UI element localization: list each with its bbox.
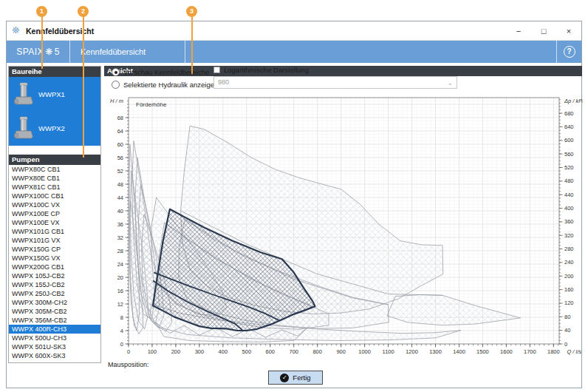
svg-text:36: 36: [117, 221, 123, 228]
svg-text:280: 280: [564, 246, 574, 252]
window-title: Kennfeldübersicht: [26, 27, 94, 36]
pump-image: [14, 116, 33, 140]
svg-text:560: 560: [564, 151, 574, 158]
pump-list-item[interactable]: WWPX101G CB1: [9, 227, 100, 236]
pump-list-item[interactable]: WWPX81C CB1: [9, 183, 100, 192]
pump-list-item[interactable]: WWPX 305M-CB2: [9, 307, 100, 316]
preview-radio-label: Vorschau Kennfeldbereiche: [123, 68, 209, 76]
pump-list-item[interactable]: WWPX100C VX: [9, 200, 100, 209]
series-item-wwpx1[interactable]: WWPX1: [9, 77, 100, 111]
svg-text:900: 900: [336, 348, 346, 355]
help-button[interactable]: ?: [564, 46, 575, 58]
svg-text:360: 360: [564, 218, 574, 225]
pump-list-item[interactable]: WWPX 501U-SK3: [9, 342, 100, 351]
series-gap: [9, 146, 100, 155]
chart-canvas[interactable]: 0100200300400500600700800900100011001200…: [103, 93, 583, 356]
svg-text:1800: 1800: [547, 348, 560, 355]
svg-text:Q / l/s: Q / l/s: [567, 348, 581, 355]
svg-text:1200: 1200: [406, 348, 418, 355]
header-spacer: [185, 41, 556, 63]
pump-list-item[interactable]: WWPX101G VX: [9, 236, 100, 245]
callout-badge: 1: [36, 6, 47, 17]
series-panel-header: Baureihe: [9, 67, 100, 77]
svg-text:0: 0: [564, 341, 567, 348]
selected-hydraulic-radio-label: Selektierte Hydraulik anzeigen: [123, 81, 218, 89]
pump-list-item[interactable]: WWPX80C CB1: [9, 165, 100, 174]
svg-text:40: 40: [117, 208, 123, 214]
done-button[interactable]: ✓ Fertig: [268, 371, 323, 385]
radio-row-selected-hydraulic: Selektierte Hydraulik anzeigen: [112, 81, 218, 89]
svg-text:40: 40: [564, 327, 570, 334]
maximize-button[interactable]: □: [531, 21, 556, 41]
svg-text:0: 0: [120, 341, 123, 348]
pump-list-item[interactable]: WWPX100C CB1: [9, 192, 100, 200]
svg-text:56: 56: [117, 155, 123, 161]
brand-version: 5: [55, 47, 60, 57]
window-controls: − □ ×: [506, 21, 581, 41]
pump-list-item[interactable]: WWPX150G CP: [9, 245, 100, 254]
series-item-label: WWPX2: [38, 124, 65, 132]
pump-list-item[interactable]: WWPX 250J-CB2: [9, 289, 100, 298]
pump-list-item[interactable]: WWPX150G VX: [9, 254, 100, 263]
svg-text:240: 240: [564, 259, 574, 266]
svg-text:600: 600: [564, 137, 574, 143]
impeller-icon: ❋: [45, 47, 53, 57]
pump-icon: [9, 82, 38, 106]
svg-text:48: 48: [117, 181, 123, 188]
svg-text:12: 12: [117, 301, 123, 308]
svg-text:300: 300: [195, 348, 205, 355]
pump-list-item[interactable]: WWPX100E VX: [9, 218, 100, 227]
svg-text:680: 680: [564, 110, 574, 117]
svg-text:8: 8: [120, 314, 123, 321]
pump-list: WWPX80C CB1WWPX80E CB1WWPX81C CB1WWPX100…: [9, 165, 100, 360]
mouse-position-label: Mausposition:: [108, 361, 149, 368]
page: ❊ Kennfeldübersicht − □ × SPAIX ❋ 5 Kenn…: [0, 0, 588, 392]
svg-text:1100: 1100: [383, 348, 394, 355]
svg-text:400: 400: [219, 348, 228, 355]
app-window-icon: ❊: [12, 26, 21, 36]
svg-text:160: 160: [564, 286, 574, 293]
characteristic-chart[interactable]: 0100200300400500600700800900100011001200…: [103, 93, 583, 356]
svg-text:120: 120: [564, 300, 574, 306]
svg-text:520: 520: [564, 164, 574, 171]
svg-text:0: 0: [127, 348, 130, 355]
svg-text:400: 400: [564, 205, 574, 212]
svg-text:Förderhöhe: Förderhöhe: [136, 101, 167, 108]
pump-list-item[interactable]: WWPX 500U-CH3: [9, 334, 100, 342]
pump-list-item[interactable]: WWPX80E CB1: [9, 174, 100, 183]
svg-text:16: 16: [117, 288, 123, 294]
svg-text:1700: 1700: [524, 348, 536, 355]
series-list: WWPX1WWPX2: [9, 77, 100, 146]
pump-list-item[interactable]: WWPX 105J-CB2: [9, 271, 100, 280]
pump-list-item[interactable]: WWPX 600X-SK3: [9, 351, 100, 360]
svg-text:100: 100: [148, 348, 157, 355]
brand-name: SPAIX: [16, 47, 44, 57]
pump-list-item[interactable]: WWPX 400R-CH3: [9, 325, 100, 334]
svg-text:600: 600: [266, 348, 276, 355]
series-item-wwpx2[interactable]: WWPX2: [9, 111, 100, 145]
pump-list-item[interactable]: WWPX 155J-CB2: [9, 280, 100, 289]
minimize-button[interactable]: −: [506, 21, 531, 41]
done-button-label: Fertig: [293, 374, 310, 382]
pump-list-item[interactable]: WWPX200G CB1: [9, 263, 100, 271]
close-button[interactable]: ×: [556, 21, 581, 41]
hydraulic-select: 980 ⌄: [213, 76, 457, 89]
chevron-down-icon: ⌄: [447, 78, 453, 89]
pump-image: [14, 82, 33, 106]
svg-text:1600: 1600: [500, 348, 513, 355]
selected-hydraulic-radio[interactable]: [112, 81, 120, 89]
svg-text:1500: 1500: [476, 348, 489, 355]
check-icon: ✓: [280, 374, 289, 382]
radio-row-preview: Vorschau Kennfeldbereiche: [112, 68, 209, 76]
svg-text:32: 32: [117, 234, 123, 241]
pump-list-item[interactable]: WWPX 300M-CH2: [9, 298, 100, 307]
app-window: ❊ Kennfeldübersicht − □ × SPAIX ❋ 5 Kenn…: [6, 21, 582, 388]
svg-text:320: 320: [564, 232, 574, 239]
logarithmic-checkbox[interactable]: [213, 67, 220, 73]
pump-list-item[interactable]: WWPX 356M-CB2: [9, 316, 100, 325]
preview-radio[interactable]: [112, 68, 120, 76]
callout-badge: 2: [78, 6, 89, 17]
pump-list-item[interactable]: WWPX100E CP: [9, 209, 100, 218]
svg-text:28: 28: [117, 248, 123, 254]
help-cell: ?: [556, 41, 581, 63]
